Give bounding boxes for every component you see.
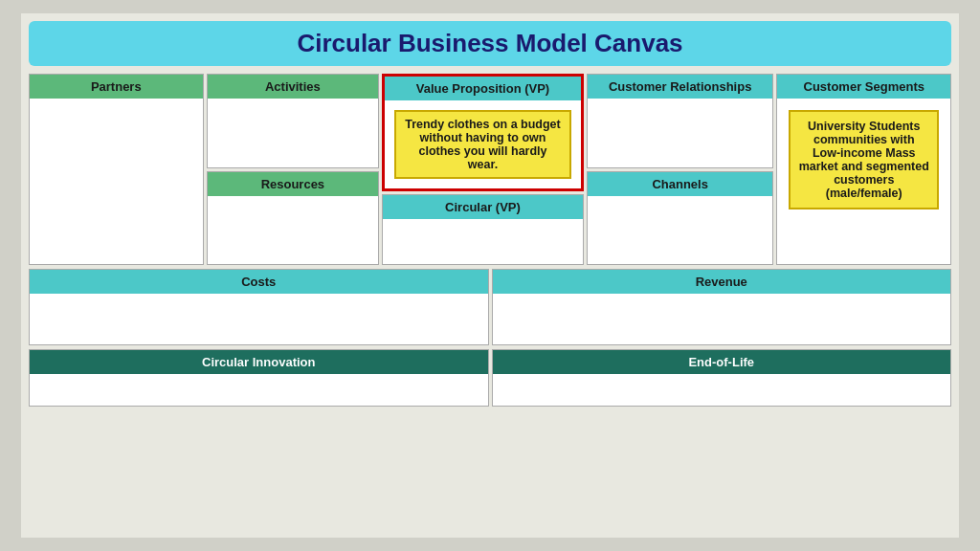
channels-header: Channels: [588, 172, 773, 196]
costs-revenue-row: Costs Revenue: [29, 269, 951, 345]
revenue-header: Revenue: [493, 270, 951, 294]
activities-cell: Activities: [207, 74, 380, 168]
customer-relationships-body: [588, 99, 773, 167]
customer-segments-note: University Students communities with Low…: [789, 110, 939, 209]
circular-innovation-body: [30, 374, 488, 406]
resources-header: Resources: [208, 172, 379, 196]
costs-cell: Costs: [29, 269, 489, 345]
circular-vp-body: [383, 219, 583, 264]
canvas-wrapper: Circular Business Model Canvas Partners …: [21, 13, 959, 538]
costs-body: [30, 294, 488, 344]
channels-cell: Channels: [587, 171, 774, 266]
value-proposition-cell: Value Proposition (VP) Trendy clothes on…: [382, 74, 584, 191]
partners-body: [30, 99, 203, 264]
circular-vp-header: Circular (VP): [383, 195, 583, 219]
circular-vp-cell: Circular (VP): [382, 194, 584, 265]
cust-rel-stack: Customer Relationships Channels: [587, 74, 774, 265]
vp-wrapper: Value Proposition (VP) Trendy clothes on…: [382, 74, 584, 265]
vp-note: Trendy clothes on a budget without havin…: [394, 110, 571, 179]
circular-innovation-cell: Circular Innovation: [29, 349, 489, 407]
revenue-body: [493, 294, 951, 344]
partners-cell: Partners: [29, 74, 204, 265]
channels-body: [588, 196, 773, 265]
end-of-life-header: End-of-Life: [493, 350, 951, 374]
activities-stack: Activities Resources: [207, 74, 380, 265]
vp-header: Value Proposition (VP): [385, 77, 581, 100]
top-section: Partners Activities Resources Value Prop…: [29, 74, 951, 265]
costs-header: Costs: [30, 270, 488, 294]
resources-cell: Resources: [207, 171, 380, 266]
revenue-cell: Revenue: [492, 269, 952, 345]
activities-header: Activities: [208, 75, 379, 99]
customer-segments-cell: Customer Segments University Students co…: [776, 74, 951, 265]
customer-relationships-cell: Customer Relationships: [587, 74, 774, 168]
end-of-life-cell: End-of-Life: [492, 349, 952, 407]
circular-innovation-row: Circular Innovation End-of-Life: [29, 349, 951, 407]
activities-body: [208, 99, 379, 167]
customer-segments-header: Customer Segments: [777, 75, 950, 99]
resources-body: [208, 196, 379, 265]
customer-segments-body: University Students communities with Low…: [777, 99, 950, 264]
customer-relationships-header: Customer Relationships: [588, 75, 773, 99]
vp-body: Trendy clothes on a budget without havin…: [385, 100, 581, 188]
end-of-life-body: [493, 374, 951, 406]
partners-header: Partners: [30, 75, 203, 99]
page-title: Circular Business Model Canvas: [29, 21, 951, 66]
circular-innovation-header: Circular Innovation: [30, 350, 488, 374]
